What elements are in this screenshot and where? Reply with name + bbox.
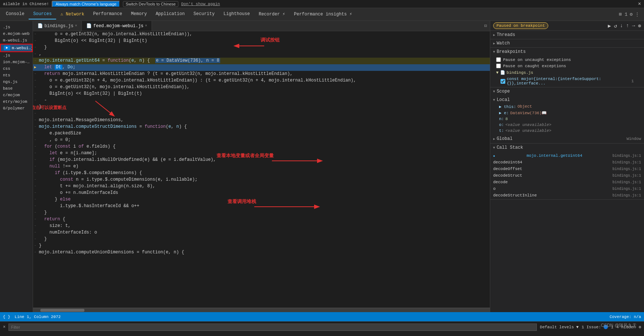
line-gutter[interactable]: -	[33, 170, 37, 175]
callstack-item-4[interactable]: decode bindings.js:1	[490, 179, 644, 185]
deactivate-breakpoints-button[interactable]: ⊗	[638, 23, 641, 29]
tab-lighthouse[interactable]: Lighthouse	[219, 9, 254, 19]
close-icon[interactable]: ×	[638, 1, 641, 7]
line-gutter[interactable]: -	[33, 71, 37, 76]
editor-scrollbar[interactable]	[33, 308, 490, 312]
callstack-item-3[interactable]: decodeStruct bindings.js:1	[490, 172, 644, 179]
line-gutter[interactable]: -	[33, 177, 37, 181]
sidebar-item-2[interactable]: e.mojom-web	[0, 30, 33, 37]
line-gutter[interactable]: -	[33, 196, 37, 201]
line-gutter[interactable]: -	[33, 44, 37, 49]
callstack-item-6[interactable]: decodeStructInline bindings.js:1	[490, 192, 644, 199]
bp-checkbox[interactable]	[501, 79, 505, 84]
line-gutter[interactable]: -	[33, 150, 37, 155]
sidebar-item-8[interactable]: nts	[0, 72, 33, 79]
line-gutter[interactable]: -	[33, 223, 37, 228]
line-gutter[interactable]: -	[33, 216, 37, 221]
scope-header[interactable]: ▶ Scope	[490, 87, 644, 95]
line-gutter[interactable]: -	[33, 183, 37, 188]
line-gutter[interactable]: -	[33, 38, 37, 43]
sidebar-item-10[interactable]: base	[0, 85, 33, 92]
default-levels[interactable]: Default levels ▼	[540, 325, 579, 329]
split-editor-button[interactable]: ⊟	[481, 23, 490, 29]
tab-count-icon[interactable]: ⊞ 1	[619, 11, 627, 17]
sidebar-item-3[interactable]: m-webui.js	[0, 37, 33, 44]
tab-security[interactable]: Security	[189, 9, 219, 19]
tab-sources[interactable]: Sources	[29, 9, 56, 19]
line-gutter[interactable]: -	[33, 117, 37, 122]
console-settings-icon[interactable]: ⚙	[638, 325, 641, 329]
threads-header[interactable]: ▶ Threads	[490, 31, 644, 39]
line-gutter[interactable]: -	[33, 91, 37, 95]
match-language-button[interactable]: Always match Chrome's language	[52, 1, 120, 7]
line-gutter-exec[interactable]: ▶	[33, 64, 37, 69]
sidebar-item-5[interactable]: .js	[0, 52, 33, 59]
line-gutter[interactable]: -	[33, 230, 37, 234]
filter-input[interactable]	[8, 324, 537, 331]
callstack-item-5[interactable]: o bindings.js:1	[490, 185, 644, 192]
tab-performance[interactable]: Performance	[89, 9, 127, 19]
line-gutter[interactable]: -	[33, 31, 37, 36]
line-gutter[interactable]: -	[33, 203, 37, 208]
editor-tab-inactive[interactable]: 📄 bindings.js ×	[33, 21, 82, 31]
resume-button[interactable]: ▶	[608, 23, 611, 29]
line-gutter[interactable]: -	[33, 163, 37, 168]
pause-caught-checkbox[interactable]	[496, 64, 501, 68]
code-editor[interactable]: - o = e.getInt32(n, mojo.internal.kHostL…	[33, 31, 490, 308]
line-gutter[interactable]: -	[33, 84, 37, 89]
line-gutter[interactable]: -	[33, 77, 37, 82]
line-gutter[interactable]: -	[33, 243, 37, 248]
tab-close-1[interactable]: ×	[75, 24, 77, 28]
editor-tab-active[interactable]: 📄 feed.mojom-webui.js ×	[82, 21, 152, 31]
tab-performance-insights[interactable]: Performance insights ⚡	[290, 9, 356, 20]
step-out-button[interactable]: ↑	[626, 23, 629, 29]
breakpoints-triangle: ▶	[492, 51, 496, 53]
sidebar-item-13[interactable]: 0/polymer	[0, 105, 33, 112]
local-header[interactable]: ▶ Local	[490, 96, 644, 104]
line-gutter[interactable]: -	[33, 124, 37, 129]
console-close-icon[interactable]: ×	[3, 325, 6, 330]
line-gutter[interactable]: -	[33, 157, 37, 162]
line-gutter[interactable]: -	[33, 104, 37, 109]
callstack-item-1[interactable]: decodeUint64 bindings.js:1	[490, 159, 644, 166]
line-gutter[interactable]: -	[33, 249, 37, 254]
callstack-item-0[interactable]: mojo.internal.getUint64 bindings.js:1	[490, 152, 644, 159]
tab-close-2[interactable]: ×	[145, 24, 147, 28]
callstack-header[interactable]: ▶ Call Stack	[490, 144, 644, 152]
line-gutter[interactable]: -	[33, 190, 37, 195]
sidebar-item-9[interactable]: ngs.js	[0, 79, 33, 85]
step-into-button[interactable]: ↓	[620, 23, 623, 29]
step-button[interactable]: →	[632, 23, 635, 29]
sidebar-item-1[interactable]: .js	[0, 24, 33, 30]
line-gutter-highlight[interactable]: -	[33, 58, 37, 62]
line-gutter[interactable]: -	[33, 210, 37, 214]
line-gutter[interactable]: -	[33, 144, 37, 148]
line-gutter[interactable]: -	[33, 97, 37, 102]
sidebar-item-4[interactable]: ► m-webui.js	[0, 44, 33, 52]
watch-header[interactable]: ▶ Watch	[490, 39, 644, 47]
line-gutter[interactable]: -	[33, 111, 37, 115]
line-gutter[interactable]: -	[33, 51, 37, 56]
line-gutter[interactable]: -	[33, 130, 37, 135]
sidebar-item-6[interactable]: ion.mojom-we	[0, 59, 33, 65]
global-header[interactable]: ▶ Global Window	[490, 135, 644, 142]
breakpoints-header[interactable]: ▶ Breakpoints	[490, 48, 644, 56]
tab-recorder[interactable]: Recorder ⚡	[254, 9, 290, 20]
step-over-button[interactable]: ↺	[614, 23, 617, 29]
tab-console[interactable]: Console	[1, 9, 29, 19]
line-gutter[interactable]: -	[33, 137, 37, 142]
sidebar-item-12[interactable]: etry/mojom	[0, 98, 33, 105]
tab-memory[interactable]: Memory	[127, 9, 151, 19]
switch-devtools-button[interactable]: Switch DevTools to Chinese	[123, 1, 178, 7]
settings-icon[interactable]: ⚙	[630, 11, 633, 17]
tab-network[interactable]: ⚠ Network	[56, 9, 89, 20]
more-icon[interactable]: ⋮	[635, 11, 640, 17]
scrollbar-thumb[interactable]	[40, 309, 84, 312]
callstack-item-2[interactable]: decodeOffset bindings.js:1	[490, 166, 644, 172]
tab-application[interactable]: Application	[151, 9, 189, 19]
sidebar-item-11[interactable]: c/mojom	[0, 92, 33, 98]
dismiss-text[interactable]: Don't show again	[181, 2, 220, 6]
pause-uncaught-checkbox[interactable]	[496, 57, 501, 62]
line-gutter[interactable]: -	[33, 236, 37, 241]
sidebar-item-7[interactable]: css	[0, 65, 33, 72]
